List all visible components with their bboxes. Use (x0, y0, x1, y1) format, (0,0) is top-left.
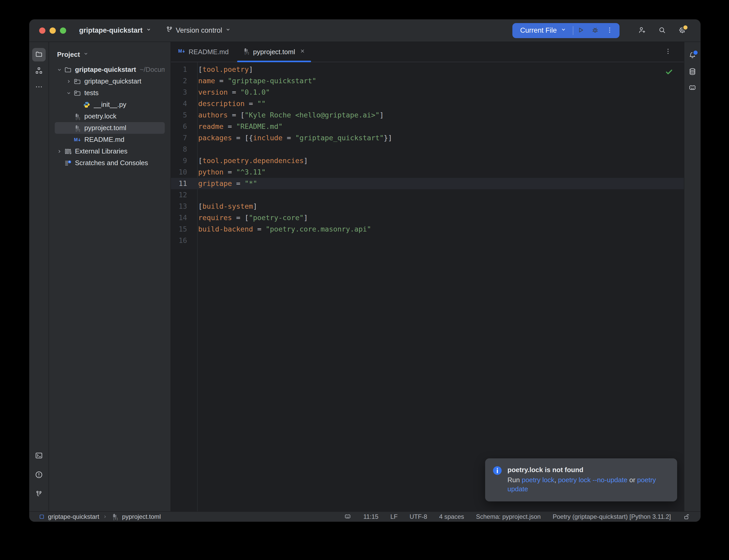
interpreter-widget[interactable]: Poetry (griptape-quickstart) [Python 3.1… (553, 513, 671, 520)
code-line-14[interactable]: 14requires = ["poetry-core"] (171, 212, 684, 223)
titlebar-actions (635, 24, 689, 37)
code-text: python = "^3.11" (197, 166, 266, 178)
write-access-lock-icon[interactable] (683, 513, 690, 520)
toml-punctuation: [ (198, 157, 202, 165)
project-switcher[interactable]: griptape-quickstart (79, 26, 152, 35)
code-line-15[interactable]: 15build-backend = "poetry.core.masonry.a… (171, 223, 684, 235)
toml-string: "griptape_quickstart" (295, 134, 384, 142)
toml-punctuation: = (253, 225, 266, 233)
tab-options-button[interactable] (664, 42, 672, 62)
tree-item--init-py[interactable]: __init__.py (55, 99, 165, 110)
breadcrumb-project[interactable]: griptape-quickstart (48, 513, 99, 520)
tab-readme[interactable]: M README.md (171, 42, 235, 62)
notifications-button[interactable] (686, 49, 699, 62)
tree-item-poetry-lock[interactable]: [T]poetry.lock (55, 110, 165, 122)
code-line-1[interactable]: 1[tool.poetry] (171, 64, 684, 75)
vcs-tool-button[interactable] (32, 488, 46, 501)
tree-item-griptape-quickstart[interactable]: griptape_quickstart (55, 75, 165, 87)
tree-item-scratches-and-consoles[interactable]: Scratches and Consoles (55, 157, 165, 169)
code-line-9[interactable]: 9[tool.poetry.dependencies] (171, 155, 684, 166)
code-line-3[interactable]: 3version = "0.1.0" (171, 87, 684, 98)
code-line-6[interactable]: 6readme = "README.md" (171, 121, 684, 132)
toml-punctuation: = (224, 122, 236, 130)
breadcrumb-file[interactable]: pyproject.toml (122, 513, 161, 520)
code-line-2[interactable]: 2name = "griptape-quickstart" (171, 75, 684, 87)
tree-item-label: External Libraries (75, 147, 127, 155)
code-line-4[interactable]: 4description = "" (171, 98, 684, 109)
maximize-window-button[interactable] (60, 27, 66, 34)
tab-pyproject[interactable]: [T] pyproject.toml (235, 42, 313, 62)
titlebar: griptape-quickstart Version control Curr… (29, 19, 700, 42)
toml-key: readme (198, 122, 224, 130)
minimize-window-button[interactable] (50, 27, 56, 34)
tree-item-label: griptape_quickstart (84, 77, 141, 85)
line-number: 13 (171, 201, 197, 212)
schema-selector[interactable]: Schema: pyproject.json (476, 513, 541, 520)
toml-punctuation: ] (380, 111, 384, 119)
vcs-widget[interactable]: Version control (165, 26, 232, 35)
ide-window: griptape-quickstart Version control Curr… (29, 19, 700, 522)
library-icon (64, 148, 72, 155)
tree-item-pyproject-toml[interactable]: [T]pyproject.toml (55, 122, 165, 134)
line-number: 6 (171, 121, 197, 132)
file-encoding[interactable]: UTF-8 (410, 513, 427, 520)
more-tools-button[interactable] (32, 81, 46, 94)
bug-icon (591, 26, 599, 35)
tree-item-readme-md[interactable]: MREADME.md (55, 134, 165, 145)
project-tool-button[interactable] (32, 48, 46, 61)
code-line-11[interactable]: 11griptape = "*" (171, 178, 684, 189)
toml-punctuation: = (232, 179, 245, 187)
scratches-icon (64, 159, 72, 167)
project-panel-header[interactable]: Project (57, 49, 170, 60)
debug-button[interactable] (588, 23, 602, 38)
notification-popup[interactable]: poetry.lock is not found Run poetry lock… (485, 458, 677, 501)
chevron-down-icon[interactable] (64, 90, 73, 96)
personAdd-icon (638, 26, 646, 35)
notification-link-poetry-lock-no-update[interactable]: poetry lock --no-update (558, 476, 627, 484)
toml-punctuation: }] (384, 134, 392, 142)
inspections-ok-icon[interactable] (665, 67, 674, 77)
code-line-16[interactable]: 16 (171, 235, 684, 246)
badge-dot (682, 24, 689, 31)
add-user-button[interactable] (635, 24, 649, 37)
ellipsis-icon (35, 83, 43, 92)
run-button[interactable] (573, 23, 588, 38)
notification-link-poetry-lock[interactable]: poetry lock (522, 476, 554, 484)
tree-item-griptape-quickstart[interactable]: griptape-quickstart~/Documents (55, 64, 165, 75)
terminal-tool-button[interactable] (32, 449, 46, 463)
toml-icon: [T] (73, 113, 81, 120)
tree-item-tests[interactable]: tests (55, 87, 165, 99)
run-configuration-selector[interactable]: Current File (512, 23, 573, 38)
code-line-7[interactable]: 7packages = [{include = "griptape_quicks… (171, 132, 684, 144)
search-button[interactable] (655, 24, 669, 37)
ai-assistant-button[interactable] (686, 82, 699, 95)
line-separator[interactable]: LF (391, 513, 398, 520)
toml-string: "0.1.0" (240, 88, 270, 96)
settings-button[interactable] (676, 24, 689, 37)
chevron-right-icon[interactable] (55, 148, 64, 155)
toml-key: authors (198, 111, 228, 119)
code-line-10[interactable]: 10python = "^3.11" (171, 166, 684, 178)
code-line-12[interactable]: 12 (171, 189, 684, 201)
vcs-widget-label: Version control (176, 26, 222, 34)
problems-tool-button[interactable] (32, 468, 46, 482)
structure-tool-button[interactable] (32, 64, 46, 78)
code-line-8[interactable]: 8 (171, 144, 684, 155)
line-number: 14 (171, 212, 197, 223)
right-tool-stripe (684, 42, 700, 511)
close-tab-button[interactable] (299, 48, 306, 56)
close-window-button[interactable] (39, 27, 45, 34)
chevron-right-icon[interactable] (64, 78, 73, 85)
tree-item-external-libraries[interactable]: External Libraries (55, 145, 165, 157)
caret-position[interactable]: 11:15 (363, 513, 378, 520)
code-line-13[interactable]: 13[build-system] (171, 201, 684, 212)
database-tool-button[interactable] (686, 65, 699, 79)
tab-label: pyproject.toml (253, 48, 295, 56)
chevron-down-icon[interactable] (55, 66, 64, 73)
code-editor[interactable]: 1[tool.poetry]2name = "griptape-quicksta… (171, 62, 684, 511)
kebab-menu-icon (606, 26, 614, 35)
run-more-options-button[interactable] (602, 23, 617, 38)
copilot-status-icon[interactable] (344, 513, 351, 520)
indent-style[interactable]: 4 spaces (439, 513, 464, 520)
code-line-5[interactable]: 5authors = ["Kyle Roche <hello@griptape.… (171, 109, 684, 121)
